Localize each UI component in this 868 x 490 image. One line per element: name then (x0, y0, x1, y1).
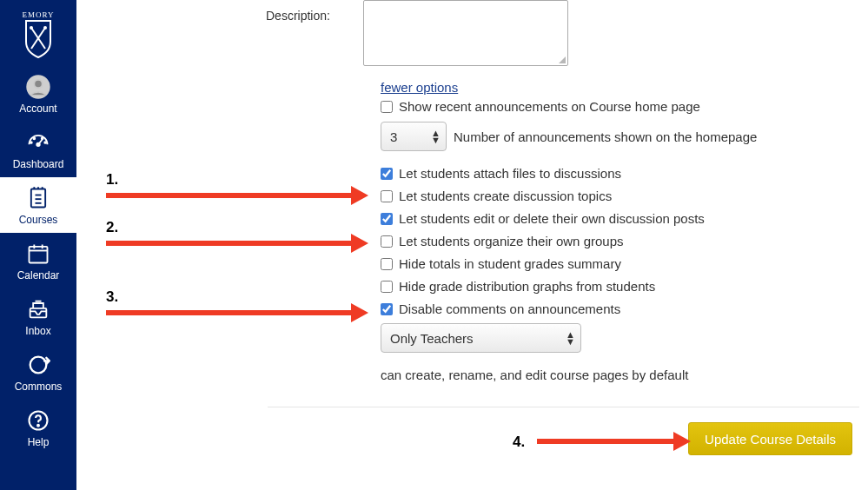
nav-commons[interactable]: Commons (0, 344, 76, 400)
global-nav: EMORY Account (0, 0, 76, 490)
num-announcements-label: Number of announcements shown on the hom… (454, 129, 757, 144)
update-course-details-button[interactable]: Update Course Details (688, 422, 852, 455)
nav-label: Calendar (17, 269, 60, 281)
nav-label: Inbox (25, 325, 50, 337)
svg-point-33 (37, 425, 39, 427)
select-value: Only Teachers (390, 331, 474, 346)
option-label: Let students attach files to discussions (399, 166, 621, 181)
opt-recent-announcements: Show recent announcements on Course home… (381, 99, 700, 114)
brand-logo: EMORY (0, 0, 76, 66)
emory-shield-icon: EMORY (21, 9, 56, 61)
arrow-2 (106, 239, 367, 248)
arrow-3 (106, 308, 367, 317)
annotation-4: 4. (513, 434, 525, 451)
checkbox-attach-files[interactable] (381, 168, 393, 180)
opt-organize-groups: Let students organize their own groups (381, 234, 624, 248)
option-label: Show recent announcements on Course home… (399, 99, 700, 114)
svg-point-6 (34, 80, 42, 88)
description-textarea[interactable] (363, 0, 568, 66)
option-label: Disable comments on announcements (399, 301, 620, 316)
commons-icon (26, 353, 50, 377)
checkbox-disable-comments[interactable] (381, 303, 393, 315)
who-can-edit-suffix: can create, rename, and edit course page… (381, 368, 688, 382)
svg-point-9 (30, 142, 32, 143)
svg-point-11 (42, 137, 43, 139)
inbox-icon (26, 297, 50, 321)
svg-point-31 (30, 357, 47, 374)
user-circle-icon (26, 75, 50, 99)
svg-point-12 (44, 142, 46, 143)
description-label: Description: (266, 9, 330, 23)
select-stepper-icon: ▲▼ (566, 331, 575, 345)
opt-hide-totals: Hide totals in student grades summary (381, 256, 621, 271)
checkbox-recent-announcements[interactable] (381, 101, 393, 113)
nav-label: Account (19, 103, 56, 115)
checkbox-organize-groups[interactable] (381, 235, 393, 248)
select-who-can-edit[interactable]: Only Teachers ▲▼ (381, 323, 581, 353)
option-label: Hide totals in student grades summary (399, 256, 621, 271)
opt-edit-delete: Let students edit or delete their own di… (381, 211, 705, 226)
select-stepper-icon: ▲▼ (431, 129, 441, 143)
checkbox-edit-delete[interactable] (381, 213, 393, 225)
fewer-options-link[interactable]: fewer options (381, 80, 458, 95)
svg-rect-13 (31, 189, 45, 208)
svg-point-10 (33, 137, 35, 139)
nav-calendar[interactable]: Calendar (0, 233, 76, 288)
nav-help[interactable]: Help (0, 400, 76, 455)
nav-label: Courses (19, 214, 58, 226)
nav-label: Help (28, 436, 50, 448)
resize-handle-icon[interactable] (557, 55, 566, 63)
select-num-announcements[interactable]: 3 ▲▼ (381, 122, 447, 151)
opt-create-topics: Let students create discussion topics (381, 189, 612, 203)
nav-label: Commons (15, 381, 63, 393)
svg-point-4 (43, 26, 47, 30)
checkbox-hide-totals[interactable] (381, 258, 393, 270)
annotation-2: 2. (106, 219, 118, 236)
checkbox-create-topics[interactable] (381, 190, 393, 202)
opt-disable-comments: Disable comments on announcements (381, 301, 620, 316)
calendar-icon (26, 242, 50, 266)
svg-rect-30 (30, 308, 47, 318)
nav-label: Dashboard (13, 158, 64, 170)
dashboard-icon (26, 130, 50, 155)
opt-attach-files: Let students attach files to discussions (381, 166, 621, 181)
nav-inbox[interactable]: Inbox (0, 288, 76, 344)
nav-dashboard[interactable]: Dashboard (0, 122, 76, 177)
option-label: Let students create discussion topics (399, 189, 612, 203)
option-label: Let students edit or delete their own di… (399, 211, 705, 226)
annotation-1: 1. (106, 171, 118, 189)
annotation-3: 3. (106, 288, 118, 306)
nav-courses[interactable]: Courses (0, 177, 76, 233)
svg-point-8 (36, 143, 40, 147)
svg-point-3 (30, 26, 33, 30)
arrow-4 (537, 437, 689, 446)
nav-account[interactable]: Account (0, 66, 76, 122)
button-label: Update Course Details (705, 432, 836, 447)
opt-hide-distribution: Hide grade distribution graphs from stud… (381, 279, 655, 294)
svg-rect-20 (30, 247, 48, 263)
help-icon (26, 408, 50, 433)
option-label: Let students organize their own groups (399, 234, 624, 248)
svg-text:EMORY: EMORY (22, 10, 54, 19)
arrow-1 (106, 191, 367, 200)
content: Description: fewer options Show recent a… (76, 0, 868, 490)
courses-icon (26, 186, 50, 210)
select-value: 3 (390, 129, 397, 144)
option-label: Hide grade distribution graphs from stud… (399, 279, 655, 294)
checkbox-hide-distribution[interactable] (381, 281, 393, 293)
divider (268, 407, 859, 407)
